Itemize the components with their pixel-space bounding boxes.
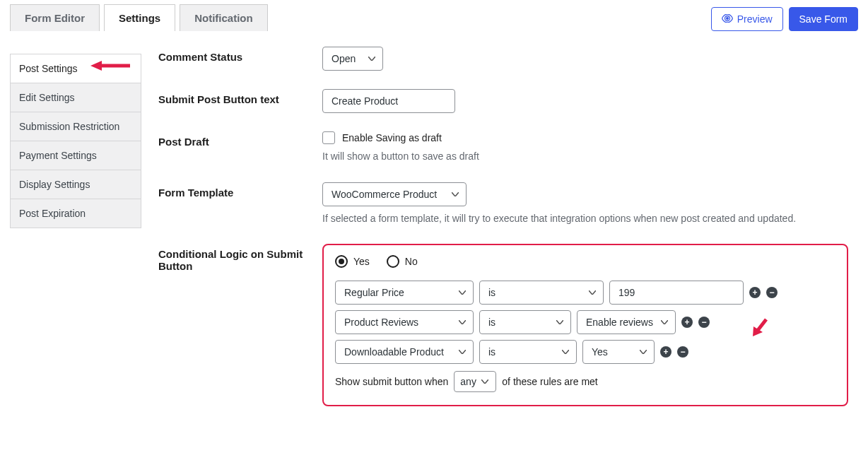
rule-1-operator-select[interactable]: is [479, 281, 604, 305]
conditional-no-label: No [405, 256, 418, 267]
match-suffix: of these rules are met [502, 376, 597, 387]
comment-status-select[interactable]: Open [322, 47, 383, 71]
conditional-no-option[interactable]: No [387, 255, 418, 268]
conditional-logic-label: Conditional Logic on Submit Button [158, 244, 322, 272]
preview-label: Preview [737, 13, 773, 25]
plus-icon [660, 346, 671, 358]
minus-icon [698, 317, 710, 328]
svg-marker-2 [90, 61, 102, 71]
sidebar-item-edit-settings[interactable]: Edit Settings [11, 83, 141, 112]
rule-3-remove-button[interactable] [677, 346, 688, 358]
post-draft-help: It will show a button to save as draft [322, 150, 848, 164]
top-actions: Preview Save Form [711, 4, 858, 31]
rule-3-field-select[interactable]: Downloadable Product [335, 340, 474, 364]
annotation-arrow-add-rule [751, 317, 770, 338]
minus-icon [766, 287, 778, 298]
rule-1-value-input[interactable] [609, 281, 744, 305]
top-tabs: Form Editor Settings Notification [10, 4, 268, 31]
rule-3-value-select[interactable]: Yes [582, 340, 655, 364]
minus-icon [677, 346, 688, 358]
comment-status-label: Comment Status [158, 47, 322, 63]
rule-1-remove-button[interactable] [766, 287, 778, 298]
match-mode-select[interactable]: any [454, 371, 496, 392]
post-draft-label: Post Draft [158, 131, 322, 148]
save-form-button[interactable]: Save Form [789, 7, 858, 31]
rule-2-add-button[interactable] [681, 317, 693, 328]
sidebar-item-post-expiration[interactable]: Post Expiration [11, 199, 141, 228]
match-condition-line: Show submit button when any of these rul… [335, 371, 835, 392]
rule-2-operator-select[interactable]: is [479, 310, 571, 334]
form-template-help: If selected a form template, it will try… [322, 212, 848, 226]
enable-draft-checkbox-label: Enable Saving as draft [342, 132, 442, 143]
tab-form-editor[interactable]: Form Editor [10, 4, 100, 31]
rule-1-field-select[interactable]: Regular Price [335, 281, 474, 305]
match-prefix: Show submit button when [335, 376, 448, 387]
conditional-yes-label: Yes [353, 256, 370, 267]
sidebar-item-payment-settings[interactable]: Payment Settings [11, 141, 141, 170]
plus-icon [749, 287, 761, 298]
rule-2-remove-button[interactable] [698, 317, 710, 328]
rule-3-add-button[interactable] [660, 346, 671, 358]
rule-2-value-select[interactable]: Enable reviews [577, 310, 676, 334]
rule-3-operator-select[interactable]: is [479, 340, 577, 364]
rule-2-field-select[interactable]: Product Reviews [335, 310, 474, 334]
conditional-yes-radio[interactable] [335, 255, 348, 268]
sidebar-item-submission-restriction[interactable]: Submission Restriction [11, 112, 141, 141]
rule-row-1: Regular Price is [335, 281, 835, 305]
form-template-label: Form Template [158, 182, 322, 199]
preview-button[interactable]: Preview [711, 7, 783, 31]
annotation-arrow-sidebar [90, 59, 130, 72]
conditional-yes-option[interactable]: Yes [335, 255, 370, 268]
settings-panel: Comment Status Open Submit Post Button t… [158, 40, 858, 406]
settings-sidebar: Post Settings Edit Settings Submission R… [10, 40, 141, 406]
svg-point-0 [726, 17, 729, 20]
submit-button-text-label: Submit Post Button text [158, 89, 322, 105]
eye-icon [722, 13, 733, 25]
rule-1-add-button[interactable] [749, 287, 761, 298]
conditional-no-radio[interactable] [387, 255, 399, 268]
enable-draft-checkbox[interactable] [322, 131, 335, 144]
submit-button-text-input[interactable] [322, 89, 455, 113]
tab-notification[interactable]: Notification [180, 4, 268, 31]
tab-settings[interactable]: Settings [104, 4, 175, 31]
rule-row-3: Downloadable Product is Yes [335, 340, 835, 364]
save-form-label: Save Form [799, 13, 848, 25]
form-template-select[interactable]: WooCommerce Product [322, 182, 467, 206]
plus-icon [681, 317, 693, 328]
sidebar-item-display-settings[interactable]: Display Settings [11, 170, 141, 199]
